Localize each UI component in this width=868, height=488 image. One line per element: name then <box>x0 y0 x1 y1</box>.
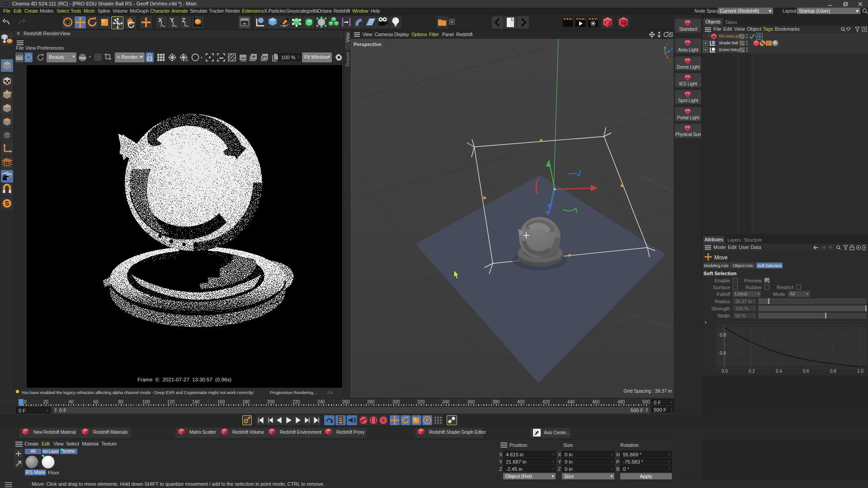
svg-text:PV: PV <box>263 55 268 59</box>
svg-text:Grid Spacing : 39.37 in: Grid Spacing : 39.37 in <box>623 388 672 394</box>
svg-text:0.8: 0.8 <box>720 333 726 338</box>
svg-text:0.4: 0.4 <box>720 351 726 356</box>
svg-text:Perspective: Perspective <box>354 42 382 47</box>
svg-text:Frame 0: 2021-07-27 13:30:5: Frame 0: 2021-07-27 13:30:57 (0.96s) <box>137 377 231 382</box>
svg-text:G: G <box>186 59 188 62</box>
svg-text:Z: Z <box>671 47 673 51</box>
svg-text:P: P <box>425 418 429 423</box>
svg-text:S: S <box>5 200 9 207</box>
svg-text:X: X <box>669 59 672 63</box>
svg-text:Y: Y <box>666 42 669 47</box>
svg-text:RGB: RGB <box>79 56 86 60</box>
